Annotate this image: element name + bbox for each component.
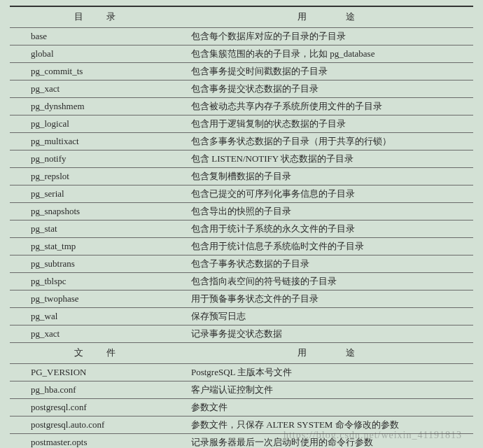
header-directory: 目 录 (10, 6, 181, 27)
file-desc: 参数文件 (181, 398, 473, 416)
table-row: postgresql.auto.conf参数文件，只保存 ALTER SYSTE… (10, 416, 473, 433)
file-desc: 记录服务器最后一次启动时使用的命令行参数 (181, 433, 473, 448)
directory-desc: 用于预备事务状态文件的子目录 (181, 290, 473, 307)
table-row: pg_serial包含已提交的可序列化事务信息的子目录 (10, 185, 473, 202)
directory-name: pg_stat_tmp (10, 237, 181, 255)
directory-name: pg_xact (10, 325, 181, 342)
table-row: pg_subtrans包含子事务状态数据的子目录 (10, 255, 473, 272)
directory-desc: 包含指向表空间的符号链接的子目录 (181, 272, 473, 290)
directory-desc: 包含多事务状态数据的子目录（用于共享的行锁） (181, 132, 473, 150)
table-subheader-row: 文 件 用 途 (10, 342, 473, 363)
table-row: postgresql.conf参数文件 (10, 398, 473, 416)
table-header-row: 目 录 用 途 (10, 6, 473, 27)
directory-name: pg_logical (10, 115, 181, 132)
directory-desc: 包含每个数据库对应的子目录的子目录 (181, 27, 473, 45)
directory-name: pg_subtrans (10, 255, 181, 272)
file-name: pg_hba.conf (10, 381, 181, 398)
table-row: postmaster.opts记录服务器最后一次启动时使用的命令行参数 (10, 433, 473, 448)
table-row: pg_tblspc包含指向表空间的符号链接的子目录 (10, 272, 473, 290)
header-usage-2: 用 途 (181, 342, 473, 363)
directory-name: base (10, 27, 181, 45)
table-row: pg_notify包含 LISTEN/NOTIFY 状态数据的子目录 (10, 150, 473, 167)
file-name: postmaster.opts (10, 433, 181, 448)
directory-desc: 包含事务提交状态数据的子目录 (181, 80, 473, 97)
directory-name: pg_commit_ts (10, 62, 181, 80)
directory-desc: 包含用于统计信息子系统临时文件的子目录 (181, 237, 473, 255)
table-row: pg_hba.conf客户端认证控制文件 (10, 381, 473, 398)
directory-desc: 包含用于逻辑复制的状态数据的子目录 (181, 115, 473, 132)
table-row: global包含集簇范围的表的子目录，比如 pg_database (10, 45, 473, 62)
table-row: pg_commit_ts包含事务提交时间戳数据的子目录 (10, 62, 473, 80)
directory-name: pg_tblspc (10, 272, 181, 290)
table-row: pg_stat包含用于统计子系统的永久文件的子目录 (10, 220, 473, 237)
directory-desc: 包含事务提交时间戳数据的子目录 (181, 62, 473, 80)
table-row: pg_snapshots包含导出的快照的子目录 (10, 202, 473, 220)
directory-desc: 包含已提交的可序列化事务信息的子目录 (181, 185, 473, 202)
file-desc: PostgreSQL 主版本号文件 (181, 363, 473, 381)
directory-name: pg_dynshmem (10, 97, 181, 115)
directory-name: pg_xact (10, 80, 181, 97)
file-name: PG_VERSION (10, 363, 181, 381)
directory-desc: 包含复制槽数据的子目录 (181, 167, 473, 185)
directory-desc: 包含用于统计子系统的永久文件的子目录 (181, 220, 473, 237)
table-row: pg_dynshmem包含被动态共享内存子系统所使用文件的子目录 (10, 97, 473, 115)
file-name: postgresql.conf (10, 398, 181, 416)
directory-name: pg_twophase (10, 290, 181, 307)
directory-name: pg_repslot (10, 167, 181, 185)
table-row: pg_wal保存预写日志 (10, 307, 473, 325)
file-name: postgresql.auto.conf (10, 416, 181, 433)
directory-desc: 包含集簇范围的表的子目录，比如 pg_database (181, 45, 473, 62)
directory-name: pg_snapshots (10, 202, 181, 220)
file-desc: 参数文件，只保存 ALTER SYSTEM 命令修改的参数 (181, 416, 473, 433)
directory-name: pg_serial (10, 185, 181, 202)
directory-desc: 包含导出的快照的子目录 (181, 202, 473, 220)
table-row: pg_xact记录事务提交状态数据 (10, 325, 473, 342)
directory-desc: 包含 LISTEN/NOTIFY 状态数据的子目录 (181, 150, 473, 167)
directory-desc: 包含被动态共享内存子系统所使用文件的子目录 (181, 97, 473, 115)
table-row: pg_multixact包含多事务状态数据的子目录（用于共享的行锁） (10, 132, 473, 150)
table-row: base包含每个数据库对应的子目录的子目录 (10, 27, 473, 45)
directory-name: global (10, 45, 181, 62)
header-file: 文 件 (10, 342, 181, 363)
table-row: pg_stat_tmp包含用于统计信息子系统临时文件的子目录 (10, 237, 473, 255)
directory-name: pg_stat (10, 220, 181, 237)
directory-table: 目 录 用 途 base包含每个数据库对应的子目录的子目录global包含集簇范… (10, 6, 473, 448)
table-row: PG_VERSIONPostgreSQL 主版本号文件 (10, 363, 473, 381)
directory-name: pg_wal (10, 307, 181, 325)
directory-name: pg_multixact (10, 132, 181, 150)
table-row: pg_repslot包含复制槽数据的子目录 (10, 167, 473, 185)
table-row: pg_twophase用于预备事务状态文件的子目录 (10, 290, 473, 307)
table-row: pg_logical包含用于逻辑复制的状态数据的子目录 (10, 115, 473, 132)
table-row: pg_xact包含事务提交状态数据的子目录 (10, 80, 473, 97)
directory-desc: 包含子事务状态数据的子目录 (181, 255, 473, 272)
directory-desc: 保存预写日志 (181, 307, 473, 325)
directory-desc: 记录事务提交状态数据 (181, 325, 473, 342)
header-usage: 用 途 (181, 6, 473, 27)
directory-name: pg_notify (10, 150, 181, 167)
file-desc: 客户端认证控制文件 (181, 381, 473, 398)
